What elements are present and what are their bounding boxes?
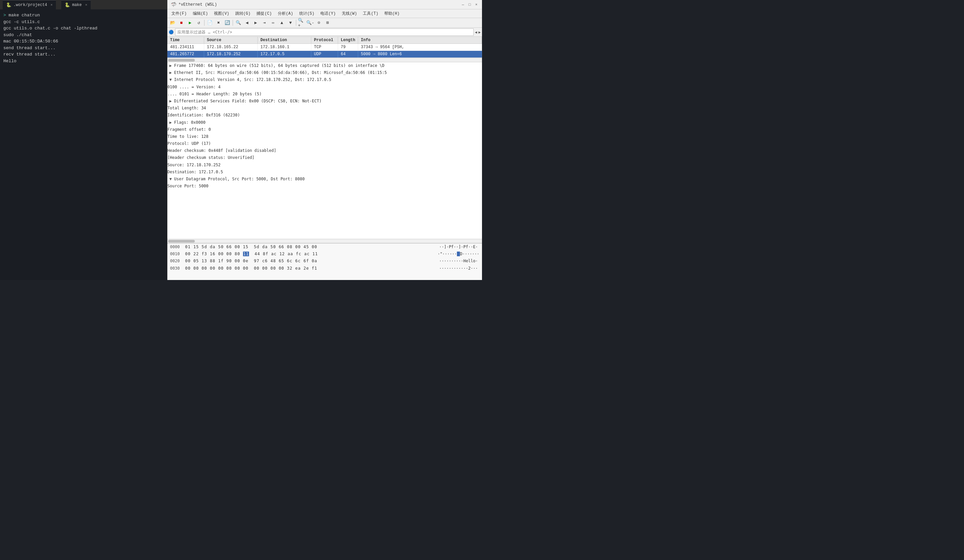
toolbar-unmark-btn[interactable]: ▼ [287, 19, 295, 26]
packet-row-1[interactable]: 481.234111 172.18.165.22 172.18.160.1 TC… [168, 44, 482, 51]
terminal-panel: 🐍 .work/project4 × 🐍 make × > make chatr… [0, 0, 168, 280]
detail-ethernet-text: Ethernet II, Src: Microsof_da:50:66 (00:… [174, 70, 387, 75]
detail-ip-text: Internet Protocol Version 4, Src: 172.18… [174, 77, 331, 82]
toolbar-resize-btn[interactable]: ⊞ [324, 19, 332, 26]
details-scrollbar[interactable] [168, 239, 482, 243]
filter-input[interactable] [175, 28, 474, 36]
hex-highlight-11: 11 [243, 252, 249, 256]
detail-ip-checksum: Header checksum: 0x448f [validation disa… [168, 147, 482, 154]
toolbar-reload-btn[interactable]: ↺ [195, 19, 203, 26]
hex-bytes-3: 00 00 00 00 00 00 00 00 00 00 00 00 32 e… [185, 265, 434, 272]
close-button[interactable]: × [474, 2, 479, 7]
toolbar-start-btn[interactable]: ▶ [186, 19, 194, 26]
wireshark-filterbar: 🔵 ◀ ▶ [168, 28, 482, 37]
toolbar-search-btn[interactable]: 🔍 [234, 19, 243, 26]
menu-goto[interactable]: 跳转(G) [233, 10, 253, 17]
wireshark-title-area: 🦈 *vEthernet (WSL) [171, 2, 461, 7]
wireshark-menubar: 文件(F) 编辑(E) 视图(V) 跳转(G) 捕捉(C) 分析(A) 统计(S… [168, 10, 482, 18]
detail-ip-dst: Destination: 172.17.0.5 [168, 169, 482, 175]
terminal-tab-1-close[interactable]: × [50, 3, 53, 7]
toolbar-scroll-btn[interactable]: ⇔ [269, 19, 277, 26]
detail-ip-dsf[interactable]: Differentiated Services Field: 0x00 (DSC… [168, 98, 482, 105]
toolbar-zoom-normal-btn[interactable]: ⊙ [315, 19, 323, 26]
packet-2-time: 481.265772 [168, 51, 204, 58]
toolbar-back-btn[interactable]: ◀ [243, 19, 251, 26]
terminal-cmd-8: Hello [3, 58, 16, 63]
terminal-line-4: sudo ./chat [3, 32, 164, 39]
toolbar-goto-btn[interactable]: ⇥ [261, 19, 269, 26]
terminal-tab-2[interactable]: 🐍 make × [61, 0, 90, 10]
packet-1-destination: 172.18.160.1 [258, 44, 311, 50]
toolbar-fwd-btn[interactable]: ▶ [252, 19, 260, 26]
detail-udp-arrow [169, 176, 174, 182]
detail-ip-dsf-arrow [169, 98, 174, 104]
menu-view[interactable]: 视图(V) [211, 10, 232, 17]
packet-list-scrollbar[interactable] [168, 58, 482, 62]
terminal-tab-1-title: .work/project4 [13, 3, 47, 7]
hex-bytes-1: 00 22 f3 16 00 00 80 11 44 8f ac 12 aa f… [185, 251, 432, 257]
detail-frame[interactable]: Frame 177460: 64 bytes on wire (512 bits… [168, 62, 482, 69]
toolbar-sep-1 [204, 20, 205, 26]
detail-ethernet-arrow [169, 70, 174, 76]
packet-row-2[interactable]: 481.265772 172.18.170.252 172.17.0.5 UDP… [168, 51, 482, 58]
toolbar-refresh-btn[interactable]: 🔄 [223, 19, 231, 26]
toolbar-open-btn[interactable]: 📂 [169, 19, 177, 26]
menu-tools[interactable]: 工具(T) [360, 10, 381, 17]
packet-1-time: 481.234111 [168, 44, 204, 50]
menu-wireless[interactable]: 无线(W) [339, 10, 360, 17]
detail-ip-dsf-text: Differentiated Services Field: 0x00 (DSC… [174, 99, 322, 103]
hex-ascii-1: ·"······ D······· [438, 251, 479, 257]
terminal-cmd-5: mac 00:15:5D:DA:50:66 [3, 39, 58, 44]
toolbar-mark-btn[interactable]: ▲ [278, 19, 286, 26]
filter-arrow-left[interactable]: ◀ [475, 30, 477, 34]
detail-frame-arrow [169, 63, 174, 69]
wireshark-toolbar: 📂 ■ ▶ ↺ 📄 ✖ 🔄 🔍 ◀ ▶ ⇥ ⇔ ▲ ▼ 🔍+ 🔍- ⊙ ⊞ [168, 18, 482, 28]
menu-capture[interactable]: 捕捉(C) [254, 10, 275, 17]
detail-ip[interactable]: Internet Protocol Version 4, Src: 172.18… [168, 76, 482, 83]
toolbar-close-btn[interactable]: ✖ [215, 19, 223, 26]
detail-ip-checksum-status: [Header checksum status: Unverified] [168, 154, 482, 161]
col-header-destination: Destination [258, 37, 311, 44]
terminal-line-5: mac 00:15:5D:DA:50:66 [3, 38, 164, 45]
detail-ip-arrow [169, 76, 174, 83]
menu-telephony[interactable]: 电话(Y) [318, 10, 339, 17]
hex-row-3: 0030 00 00 00 00 00 00 00 00 00 00 00 00… [168, 265, 482, 272]
terminal-tab-2-close[interactable]: × [85, 3, 87, 7]
toolbar-stop-btn[interactable]: ■ [177, 19, 186, 26]
packet-2-source: 172.18.170.252 [204, 51, 258, 58]
wireshark-window-controls: — □ × [461, 2, 479, 7]
wireshark-title: *vEthernet (WSL) [178, 2, 217, 7]
toolbar-close-capture-btn[interactable]: 📄 [206, 19, 214, 26]
menu-edit[interactable]: 编辑(E) [190, 10, 211, 17]
detail-udp-srcport: Source Port: 5000 [168, 183, 482, 190]
detail-ip-id: Identification: 0xf316 (62230) [168, 112, 482, 119]
minimize-button[interactable]: — [461, 2, 465, 7]
terminal-cmd-2: gcc -c utils.c [3, 19, 40, 24]
scrollbar-thumb[interactable] [168, 59, 195, 62]
wireshark-icon: 🦈 [171, 2, 176, 7]
detail-ip-flags-arrow [169, 119, 174, 126]
details-scrollbar-thumb[interactable] [168, 240, 195, 242]
toolbar-zoom-in-btn[interactable]: 🔍+ [298, 19, 306, 26]
terminal-line-2: gcc -c utils.c [3, 19, 164, 26]
maximize-button[interactable]: □ [467, 2, 472, 7]
menu-file[interactable]: 文件(F) [169, 10, 189, 17]
terminal-prompt-1: > [3, 13, 9, 18]
col-header-protocol: Protocol [311, 37, 338, 44]
packet-1-protocol: TCP [311, 44, 338, 50]
menu-statistics[interactable]: 统计(S) [296, 10, 318, 17]
terminal-content: > make chatrun gcc -c utils.c gcc utils.… [0, 10, 167, 280]
col-header-length: Length [338, 37, 358, 44]
terminal-line-6: send thread start... [3, 45, 164, 52]
detail-udp[interactable]: User Datagram Protocol, Src Port: 5000, … [168, 175, 482, 183]
terminal-cmd-1: make chatrun [9, 13, 40, 18]
filter-arrow-right[interactable]: ▶ [478, 30, 480, 34]
menu-help[interactable]: 帮助(H) [382, 10, 402, 17]
toolbar-zoom-out-btn[interactable]: 🔍- [306, 19, 314, 26]
packet-list-header: Time Source Destination Protocol Length … [168, 37, 482, 44]
hex-panel: 0000 01 15 5d da 50 66 00 15 5d da 50 66… [168, 243, 482, 280]
detail-ethernet[interactable]: Ethernet II, Src: Microsof_da:50:66 (00:… [168, 69, 482, 76]
menu-analyze[interactable]: 分析(A) [275, 10, 296, 17]
terminal-tab-1[interactable]: 🐍 .work/project4 × [3, 0, 56, 10]
detail-ip-flags[interactable]: Flags: 0x0000 [168, 119, 482, 126]
